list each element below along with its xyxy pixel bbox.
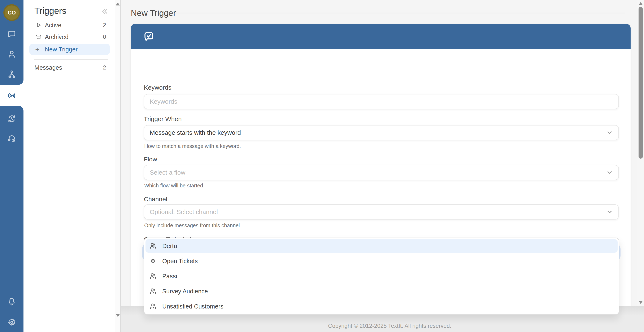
chevron-down-icon (606, 208, 614, 216)
sidebar-item-messages[interactable]: Messages 2 (29, 62, 110, 73)
collapse-sidebar-icon[interactable] (100, 7, 109, 16)
message-check-icon (143, 31, 155, 42)
scroll-down-arrow[interactable] (116, 314, 120, 317)
sidebar-item-archived[interactable]: Archived 0 (29, 32, 110, 42)
flow-placeholder: Select a flow (150, 169, 185, 176)
channel-help: Only include messages from this channel. (144, 222, 241, 228)
channel-placeholder: Optional: Select channel (150, 208, 218, 215)
new-trigger-label: New Trigger (45, 46, 78, 53)
app-window: CO (0, 0, 644, 332)
dropdown-option-label: Dertu (162, 243, 177, 249)
scroll-up-arrow[interactable] (116, 3, 120, 6)
sidebar-divider (34, 59, 108, 60)
dropdown-option-label: Unsatisfied Customers (162, 303, 224, 310)
keywords-label: Keywords (144, 84, 172, 91)
icon-rail: CO (0, 0, 24, 332)
sidebar-item-label: Active (45, 22, 62, 29)
notifications-bell-icon[interactable] (7, 296, 17, 306)
channel-select[interactable]: Optional: Select channel (144, 204, 619, 219)
channel-label: Channel (144, 196, 167, 203)
campaigns-icon[interactable] (7, 114, 17, 124)
sidebar-item-count: 2 (103, 22, 106, 29)
sidebar-item-new-trigger[interactable]: + New Trigger (29, 44, 110, 55)
archive-icon (35, 34, 42, 40)
flow-help: Which flow will be started. (144, 183, 204, 189)
title-rule (165, 13, 625, 14)
groups-dropdown: Dertu Open Tickets (144, 238, 619, 315)
dropdown-option-passi[interactable]: Passi (146, 269, 618, 283)
chevron-down-icon (606, 129, 614, 136)
copyright-text: Copyright © 2012-2025 TextIt. All rights… (328, 323, 451, 329)
triggers-icon[interactable] (7, 91, 17, 101)
group-users-icon (149, 303, 157, 310)
group-users-icon (149, 272, 157, 280)
avatar-initials: CO (8, 10, 16, 16)
trigger-when-select[interactable]: Message starts with the keyword (144, 125, 619, 140)
dropdown-option-unsatisfied-customers[interactable]: Unsatisfied Customers (146, 300, 618, 313)
dropdown-option-survey-audience[interactable]: Survey Audience (146, 284, 618, 298)
dropdown-option-open-tickets[interactable]: Open Tickets (146, 254, 618, 268)
sidebar-item-count: 0 (103, 34, 106, 40)
chevron-down-icon (606, 169, 614, 176)
dropdown-option-dertu[interactable]: Dertu (146, 239, 618, 253)
main-content: New Trigger Keywords Trigger When Messag… (121, 0, 644, 332)
settings-gear-icon[interactable] (7, 317, 17, 327)
dropdown-option-label: Survey Audience (162, 288, 208, 295)
group-users-icon (149, 287, 157, 295)
trigger-when-help: How to match a message with a keyword. (144, 143, 241, 149)
scroll-up-arrow[interactable] (638, 2, 643, 5)
flow-select[interactable]: Select a flow (144, 165, 619, 180)
messages-count: 2 (103, 65, 106, 71)
trigger-when-label: Trigger When (144, 115, 182, 123)
dropdown-option-label: Passi (162, 273, 177, 280)
scrollbar-thumb[interactable] (638, 7, 643, 159)
dropdown-option-label: Open Tickets (162, 258, 198, 265)
flows-icon[interactable] (7, 69, 17, 79)
sidebar-title: Triggers (34, 6, 66, 16)
contacts-icon[interactable] (7, 49, 17, 59)
triggers-sidebar: Triggers Active 2 Archived 0 + New Tr (24, 0, 115, 332)
scroll-down-arrow[interactable] (638, 301, 643, 304)
play-icon (35, 22, 42, 29)
support-icon[interactable] (7, 133, 17, 144)
smart-group-icon (149, 257, 157, 265)
keywords-input[interactable] (150, 98, 613, 105)
flow-label: Flow (144, 156, 157, 163)
sidebar-scrollbar[interactable] (115, 0, 121, 332)
group-users-icon (149, 242, 157, 250)
main-scrollbar[interactable] (637, 0, 644, 306)
trigger-when-value: Message starts with the keyword (150, 129, 241, 136)
plus-icon: + (35, 46, 42, 53)
card-banner (131, 24, 630, 49)
keywords-field[interactable] (144, 94, 619, 109)
sidebar-item-active[interactable]: Active 2 (29, 20, 110, 31)
chat-icon[interactable] (7, 29, 17, 40)
messages-label: Messages (34, 64, 62, 71)
sidebar-item-label: Archived (45, 34, 68, 41)
avatar[interactable]: CO (3, 4, 20, 21)
